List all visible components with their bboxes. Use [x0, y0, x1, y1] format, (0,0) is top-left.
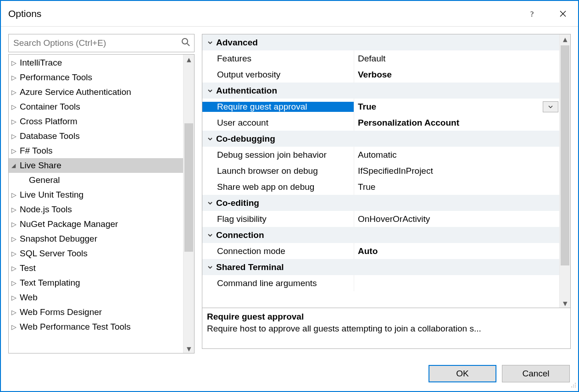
tree-item[interactable]: ▷F# Tools — [9, 144, 183, 158]
tree-item[interactable]: ▷Text Templating — [9, 276, 183, 290]
tree-item[interactable]: ▷Node.js Tools — [9, 202, 183, 217]
scroll-down-icon[interactable]: ▾ — [187, 344, 191, 353]
tree-scrollbar[interactable]: ▴ ▾ — [183, 55, 194, 353]
collapsed-icon[interactable]: ▷ — [11, 290, 19, 305]
collapsed-icon[interactable]: ▷ — [11, 261, 19, 276]
collapsed-icon[interactable]: ▷ — [11, 232, 19, 246]
splitter[interactable] — [202, 351, 571, 353]
tree-item[interactable]: General — [9, 173, 183, 188]
tree-item[interactable]: ▷IntelliTrace — [9, 55, 183, 70]
grid-property-row[interactable]: Require guest approvalTrue — [202, 99, 559, 115]
scroll-up-icon[interactable]: ▴ — [563, 34, 568, 44]
property-value[interactable] — [354, 275, 559, 291]
grid-property-row[interactable]: Debug session join behaviorAutomatic — [202, 147, 559, 163]
tree-item[interactable]: ▷Azure Service Authentication — [9, 85, 183, 99]
grid-property-row[interactable]: User accountPersonalization Account — [202, 115, 559, 131]
grid-property-row[interactable]: Connection modeAuto — [202, 243, 559, 259]
collapsed-icon[interactable]: ▷ — [11, 144, 19, 158]
collapsed-icon[interactable]: ▷ — [11, 276, 19, 290]
expand-icon[interactable] — [204, 136, 216, 142]
collapsed-icon[interactable]: ▷ — [11, 99, 19, 114]
expand-icon[interactable] — [204, 265, 216, 270]
scroll-up-icon[interactable]: ▴ — [187, 55, 191, 64]
tree-item[interactable]: ▷Cross Platform — [9, 114, 183, 129]
collapsed-icon[interactable]: ▷ — [11, 85, 19, 99]
tree-item[interactable]: ◢Live Share — [9, 158, 183, 173]
property-value[interactable]: IfSpecifiedInProject — [354, 163, 559, 179]
grid-section-header[interactable]: Advanced — [202, 34, 559, 50]
tree-item[interactable]: ▷Web Forms Designer — [9, 305, 183, 320]
grid-scrollbar[interactable]: ▴ ▾ — [559, 34, 570, 308]
grid-property-row[interactable]: Launch browser on debugIfSpecifiedInProj… — [202, 163, 559, 179]
collapsed-icon[interactable]: ▷ — [11, 188, 19, 202]
tree-item[interactable]: ▷Performance Tools — [9, 70, 183, 85]
tree-item-label: Text Templating — [20, 276, 80, 290]
close-button[interactable] — [548, 1, 578, 27]
expand-icon[interactable] — [204, 200, 216, 206]
grid-section-header[interactable]: Authentication — [202, 83, 559, 99]
tree-item-label: Live Share — [20, 158, 61, 173]
grid-property-row[interactable]: Flag visibilityOnHoverOrActivity — [202, 211, 559, 227]
property-grid[interactable]: AdvancedFeaturesDefaultOutput verbosityV… — [202, 34, 559, 308]
tree-item[interactable]: ▷Database Tools — [9, 129, 183, 144]
grid-section-header[interactable]: Co-debugging — [202, 131, 559, 147]
tree-item[interactable]: ▷NuGet Package Manager — [9, 217, 183, 232]
tree-item-label: Web Forms Designer — [20, 305, 102, 320]
search-input[interactable] — [12, 38, 181, 49]
scroll-down-icon[interactable]: ▾ — [563, 298, 568, 308]
property-value[interactable]: OnHoverOrActivity — [354, 211, 559, 227]
collapsed-icon[interactable]: ▷ — [11, 55, 19, 70]
grid-property-row[interactable]: Command line arguments — [202, 275, 559, 291]
category-tree[interactable]: ▷IntelliTrace▷Performance Tools▷Azure Se… — [9, 55, 183, 353]
expand-icon[interactable] — [204, 232, 216, 238]
property-label: Launch browser on debug — [202, 166, 354, 176]
grid-property-row[interactable]: Share web app on debugTrue — [202, 179, 559, 195]
collapsed-icon[interactable]: ▷ — [11, 305, 19, 320]
tree-item[interactable]: ▷Test — [9, 261, 183, 276]
property-value[interactable]: Verbose — [354, 66, 559, 83]
grid-section-header[interactable]: Connection — [202, 227, 559, 243]
cancel-button[interactable]: Cancel — [502, 365, 570, 382]
tree-item[interactable]: ▷Web — [9, 290, 183, 305]
grid-property-row[interactable]: FeaturesDefault — [202, 50, 559, 66]
expanded-icon[interactable]: ◢ — [11, 158, 19, 173]
collapsed-icon[interactable]: ▷ — [11, 246, 19, 261]
dropdown-button[interactable] — [543, 101, 558, 112]
collapsed-icon[interactable]: ▷ — [11, 70, 19, 85]
property-value[interactable]: True — [354, 179, 559, 195]
dialog-footer: OK Cancel — [1, 361, 578, 391]
grid-property-row[interactable]: Output verbosityVerbose — [202, 66, 559, 83]
property-value[interactable]: Automatic — [354, 147, 559, 163]
collapsed-icon[interactable]: ▷ — [11, 114, 19, 129]
help-button[interactable]: ? — [518, 1, 548, 27]
grid-section-label: Advanced — [216, 38, 258, 48]
ok-button[interactable]: OK — [429, 365, 496, 382]
collapsed-icon[interactable]: ▷ — [11, 129, 19, 144]
tree-item[interactable]: ▷Web Performance Test Tools — [9, 320, 183, 334]
search-box[interactable] — [8, 34, 195, 52]
property-value[interactable]: True — [354, 99, 559, 115]
tree-item[interactable]: ▷Live Unit Testing — [9, 188, 183, 202]
expand-icon[interactable] — [204, 88, 216, 94]
property-value[interactable]: Default — [354, 50, 559, 66]
grid-scroll-thumb[interactable] — [561, 45, 569, 265]
svg-point-3 — [182, 39, 188, 44]
property-value[interactable]: Auto — [354, 243, 559, 259]
titlebar: Options ? — [1, 1, 578, 27]
collapsed-icon[interactable]: ▷ — [11, 217, 19, 232]
grid-section-header[interactable]: Shared Terminal — [202, 259, 559, 275]
grid-section-header[interactable]: Co-editing — [202, 195, 559, 211]
property-label: Require guest approval — [202, 102, 354, 112]
expand-icon[interactable] — [204, 40, 216, 45]
tree-scroll-thumb[interactable] — [184, 123, 193, 252]
tree-item[interactable]: ▷Snapshot Debugger — [9, 232, 183, 246]
tree-item[interactable]: ▷SQL Server Tools — [9, 246, 183, 261]
collapsed-icon[interactable]: ▷ — [11, 202, 19, 217]
tree-item-label: Database Tools — [20, 129, 80, 144]
tree-item-label: General — [29, 173, 60, 188]
property-value[interactable]: Personalization Account — [354, 115, 559, 131]
property-label: Features — [202, 54, 354, 64]
tree-item[interactable]: ▷Container Tools — [9, 99, 183, 114]
collapsed-icon[interactable]: ▷ — [11, 320, 19, 334]
grid-section-label: Authentication — [216, 86, 277, 96]
